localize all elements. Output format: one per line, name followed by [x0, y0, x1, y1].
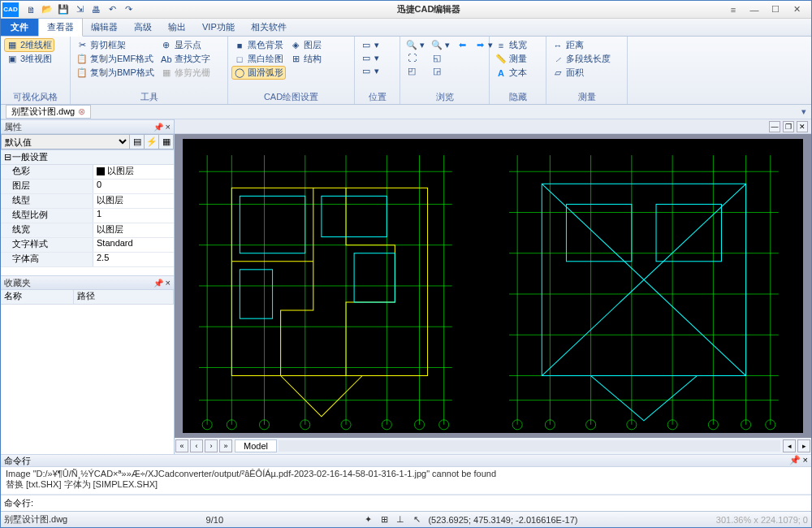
- prop-row-textstyle[interactable]: 文字样式Standard: [1, 238, 174, 253]
- prop-row-ltscale[interactable]: 线型比例1: [1, 209, 174, 223]
- btn-pos3[interactable]: ▭▾: [358, 64, 382, 77]
- window-menu-icon[interactable]: ≡: [725, 3, 741, 16]
- btn-measure-t[interactable]: 📏测量: [493, 52, 529, 66]
- qat-open-icon[interactable]: 📂: [40, 2, 54, 17]
- close-tab-icon[interactable]: ⊗: [78, 106, 85, 117]
- drawing-area: — ❐ ✕: [175, 119, 811, 454]
- qat-redo-icon[interactable]: ↷: [121, 2, 136, 17]
- pin-icon[interactable]: 📌: [153, 123, 163, 132]
- tabs-dropdown-icon[interactable]: ▾: [801, 106, 806, 117]
- scroll-first-icon[interactable]: «: [175, 439, 188, 452]
- tab-output[interactable]: 输出: [160, 19, 194, 36]
- btn-zoom-in[interactable]: 🔍▾: [404, 38, 427, 51]
- ribbon: ▦2维线框 ▣3维视图 可视化风格 ✂剪切框架 📋复制为EMF格式 📋复制为BM…: [1, 37, 811, 105]
- prop-row-layer[interactable]: 图层0: [1, 180, 174, 194]
- btn-3d-view[interactable]: ▣3维视图: [4, 52, 54, 66]
- close-panel-icon[interactable]: ×: [166, 122, 171, 132]
- btn-structure[interactable]: ⊞结构: [287, 52, 324, 66]
- distance-icon: ↔: [552, 40, 564, 51]
- btn-bw-draw[interactable]: □黑白绘图: [231, 52, 286, 66]
- tab-viewer[interactable]: 查看器: [38, 18, 83, 37]
- pin-icon[interactable]: 📌: [153, 279, 163, 288]
- btn-zoom-out[interactable]: 🔍▾: [429, 38, 452, 51]
- scroll-right-icon[interactable]: ▸: [797, 439, 810, 452]
- btn-cut-frame[interactable]: ✂剪切框架: [74, 38, 157, 52]
- prop-row-linetype[interactable]: 线型以图层: [1, 194, 174, 209]
- command-input[interactable]: [37, 499, 811, 509]
- btn-2d-wireframe[interactable]: ▦2维线框: [4, 38, 54, 52]
- btn-polyline-len[interactable]: ⟋多段线长度: [550, 52, 613, 66]
- tab-vip[interactable]: VIP功能: [194, 19, 243, 36]
- log-line: Image "D:/»¥¶Û/Ñ¸½ÝCAD×ª»»Æ÷/XJCadconver…: [6, 469, 806, 478]
- canvas-min-icon[interactable]: —: [769, 121, 780, 132]
- btn-show-point[interactable]: ⊕显示点: [158, 38, 213, 52]
- svg-rect-45: [656, 204, 721, 261]
- btn-copy-emf[interactable]: 📋复制为EMF格式: [74, 52, 157, 66]
- window-maximize-icon[interactable]: ☐: [767, 3, 784, 16]
- grid-icon[interactable]: ⊞: [378, 513, 391, 526]
- property-filter-select[interactable]: 默认值: [1, 134, 130, 149]
- btn-find-text[interactable]: Ab查找文字: [158, 52, 213, 66]
- btn-nav2[interactable]: ◱: [429, 51, 452, 64]
- group-position: 位置: [358, 90, 396, 104]
- status-filename: 别墅设计图.dwg: [4, 513, 67, 526]
- scroll-last-icon[interactable]: »: [219, 439, 232, 452]
- text-icon: A: [495, 67, 507, 79]
- btn-layers[interactable]: ◈图层: [287, 38, 324, 52]
- snap-icon[interactable]: ✦: [361, 513, 374, 526]
- cursor-icon[interactable]: ↖: [410, 513, 423, 526]
- prop-row-textheight[interactable]: 字体高2.5: [1, 253, 174, 267]
- col-name[interactable]: 名称: [1, 290, 74, 304]
- window-close-icon[interactable]: ✕: [788, 3, 805, 16]
- drawing-canvas[interactable]: [183, 139, 803, 433]
- prop-row-lweight[interactable]: 线宽以图层: [1, 223, 174, 238]
- col-path[interactable]: 路径: [74, 290, 174, 304]
- tab-advanced[interactable]: 高级: [126, 19, 160, 36]
- btn-linewidth[interactable]: ≡线宽: [493, 38, 529, 52]
- tab-editor[interactable]: 编辑器: [83, 19, 126, 36]
- qat-export-icon[interactable]: ⇲: [72, 2, 87, 17]
- qat-print-icon[interactable]: 🖶: [89, 2, 103, 17]
- prop-row-color[interactable]: 色彩以图层: [1, 165, 174, 180]
- prop-btn3[interactable]: ▦: [159, 134, 174, 149]
- close-panel-icon[interactable]: ×: [803, 455, 808, 465]
- qat-new-icon[interactable]: 🗎: [24, 2, 38, 17]
- document-tab[interactable]: 别墅设计图.dwg ⊗: [6, 105, 91, 119]
- close-panel-icon[interactable]: ×: [166, 278, 171, 288]
- btn-nav3[interactable]: ◲: [429, 64, 452, 77]
- btn-round-arc[interactable]: ◯圆滑弧形: [231, 66, 286, 80]
- pin-icon[interactable]: 📌: [789, 455, 801, 465]
- btn-zoom-fit[interactable]: ⛶: [404, 51, 427, 64]
- qat-save-icon[interactable]: 💾: [56, 2, 71, 17]
- prop-btn1[interactable]: ▤: [130, 134, 145, 149]
- btn-zoom-win[interactable]: ◰: [404, 64, 427, 77]
- scroll-prev-icon[interactable]: ‹: [190, 439, 203, 452]
- btn-area[interactable]: ▱面积: [550, 66, 613, 80]
- property-group[interactable]: ⊟一般设置: [1, 150, 174, 165]
- tab-related[interactable]: 相关软件: [243, 19, 295, 36]
- scroll-next-icon[interactable]: ›: [205, 439, 218, 452]
- btn-black-bg[interactable]: ■黑色背景: [231, 38, 286, 52]
- btn-copy-bmp[interactable]: 📋复制为BMP格式: [74, 66, 157, 80]
- hscrollbar[interactable]: [279, 440, 780, 452]
- command-panel-header: 命令行 📌 ×: [1, 454, 811, 467]
- canvas-close-icon[interactable]: ✕: [797, 121, 808, 132]
- qat-undo-icon[interactable]: ↶: [105, 2, 119, 17]
- ortho-icon[interactable]: ⊥: [394, 513, 407, 526]
- cube3d-icon: ▣: [6, 54, 18, 65]
- btn-pos2[interactable]: ▭▾: [358, 51, 382, 64]
- btn-text-t[interactable]: A文本: [493, 66, 529, 80]
- model-tab[interactable]: Model: [235, 439, 277, 452]
- btn-distance[interactable]: ↔距离: [550, 38, 613, 52]
- tab-file[interactable]: 文件: [1, 19, 38, 36]
- prop-btn2[interactable]: ⚡: [145, 134, 159, 149]
- canvas-restore-icon[interactable]: ❐: [783, 121, 794, 132]
- scroll-left-icon[interactable]: ◂: [783, 439, 796, 452]
- group-cad-settings: CAD绘图设置: [231, 90, 351, 104]
- window-minimize-icon[interactable]: —: [746, 3, 762, 16]
- btn-pos1[interactable]: ▭▾: [358, 38, 382, 51]
- btn-nav-left[interactable]: ⬅: [454, 38, 470, 51]
- app-title: 迅捷CAD编辑器: [139, 3, 719, 15]
- command-input-row: 命令行:: [1, 495, 811, 511]
- properties-panel-header: 属性 📌 ×: [1, 119, 174, 134]
